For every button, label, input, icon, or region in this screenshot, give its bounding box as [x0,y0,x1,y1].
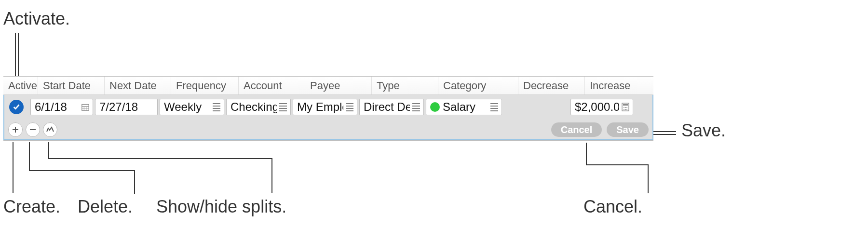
toolbar: Cancel Save [3,119,653,140]
header-start-date: Start Date [38,77,105,94]
category-color-dot [430,102,440,112]
header-frequency: Frequency [171,77,239,94]
header-active: Active [3,77,38,94]
start-date-value: 6/1/18 [35,100,79,114]
callout-show-splits: Show/hide splits. [156,197,286,217]
svg-rect-6 [623,104,628,106]
category-field[interactable]: Salary [426,99,502,115]
next-date-field[interactable]: 7/27/18 [95,99,158,115]
callout-delete: Delete. [78,197,133,217]
start-date-field[interactable]: 6/1/18 [30,99,93,115]
plus-icon [12,126,19,134]
category-value: Salary [443,100,488,114]
splits-button[interactable] [43,122,57,137]
svg-point-9 [626,107,627,108]
callout-cancel: Cancel. [583,197,642,217]
header-increase: Increase [585,77,651,94]
cancel-button[interactable]: Cancel [551,122,602,137]
header-payee: Payee [305,77,372,94]
list-icon [211,103,222,111]
column-headers: Active Start Date Next Date Frequency Ac… [3,77,653,95]
type-field[interactable]: Direct De [359,99,424,115]
callout-save: Save. [681,120,726,141]
frequency-value: Weekly [164,100,210,114]
header-category: Category [438,77,518,94]
calculator-icon [620,103,631,111]
transaction-row: 6/1/18 7/27/18 Weekly Checking My Emplo … [3,95,653,119]
svg-point-12 [626,109,627,110]
callout-activate: Activate. [3,9,70,29]
svg-point-8 [625,107,626,108]
next-date-value: 7/27/18 [99,100,155,114]
svg-point-10 [624,109,624,110]
minus-icon [29,126,37,134]
delete-button[interactable] [26,122,40,137]
calendar-icon [80,103,91,111]
header-next-date: Next Date [105,77,171,94]
header-decrease: Decrease [518,77,585,94]
svg-point-7 [624,107,624,108]
increase-field[interactable]: $2,000.00 [570,99,633,115]
list-icon [411,103,421,111]
splits-icon [46,126,54,134]
payee-field[interactable]: My Emplo [293,99,357,115]
svg-point-11 [625,109,626,110]
list-icon [278,103,288,111]
account-field[interactable]: Checking [226,99,291,115]
save-button[interactable]: Save [607,122,649,137]
svg-rect-0 [82,105,89,111]
activate-toggle[interactable] [9,100,24,114]
type-value: Direct De [364,100,410,114]
frequency-field[interactable]: Weekly [160,99,224,115]
header-account: Account [239,77,305,94]
account-value: Checking [231,100,277,114]
list-icon [489,103,500,111]
header-type: Type [372,77,438,94]
increase-value: $2,000.00 [575,100,619,114]
scheduled-transaction-editor: Active Start Date Next Date Frequency Ac… [3,76,653,141]
callout-create: Create. [3,197,60,217]
list-icon [344,103,355,111]
create-button[interactable] [8,122,23,137]
payee-value: My Emplo [297,100,343,114]
checkmark-icon [12,103,21,111]
